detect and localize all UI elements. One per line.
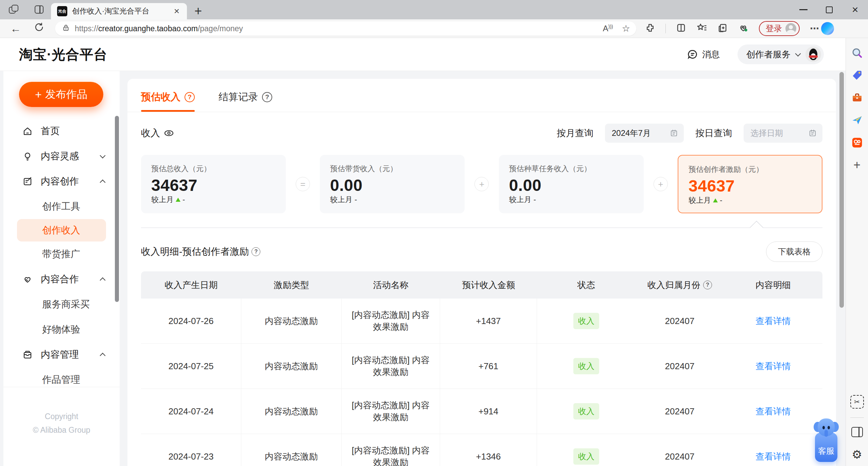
sidebar-item-content-management[interactable]: 内容管理 — [3, 342, 120, 367]
search-icon[interactable] — [850, 46, 864, 60]
messages-button[interactable]: 消息 — [687, 49, 720, 60]
browser-toolbar: ← https://creator.guanghe.taobao.com/pag… — [0, 19, 868, 38]
help-icon[interactable]: ? — [185, 92, 195, 102]
help-icon[interactable]: ? — [251, 247, 260, 256]
trend-up-icon — [713, 198, 718, 202]
edge-sidebar-rail: + ✂ ⚙ — [846, 38, 868, 466]
tab-list-icon[interactable] — [9, 5, 19, 15]
view-details-link[interactable]: 查看详情 — [756, 360, 791, 372]
publish-work-button[interactable]: + 发布作品 — [19, 82, 103, 107]
address-bar[interactable]: https://creator.guanghe.taobao.com/page/… — [55, 21, 636, 36]
window-close-button[interactable]: × — [842, 0, 868, 19]
equals-operator: = — [296, 177, 310, 191]
section-divider — [141, 228, 822, 228]
lock-icon — [62, 24, 70, 33]
month-picker-input[interactable]: 2024年7月 — [605, 124, 684, 143]
site-logo[interactable]: 淘宝·光合平台 — [19, 45, 107, 64]
tab-strip: 光合 创作收入·淘宝光合平台 × + × — [0, 0, 868, 19]
browser-tab[interactable]: 光合 创作收入·淘宝光合平台 × — [51, 3, 187, 19]
window-maximize-button[interactable] — [816, 0, 842, 19]
sidebar-item-creation[interactable]: 内容创作 — [3, 169, 120, 194]
chevron-up-icon — [100, 180, 106, 185]
edit-square-icon — [22, 176, 33, 186]
copyright: Copyright © Alibaba Group — [3, 387, 120, 437]
more-menu-icon[interactable]: ⋯ — [810, 23, 819, 34]
login-button[interactable]: 登录 — [759, 21, 800, 36]
sidebar-scrollbar[interactable] — [115, 116, 119, 302]
chevron-up-icon — [100, 353, 106, 359]
extensions-icon[interactable] — [645, 23, 655, 34]
collections-icon[interactable] — [717, 23, 728, 34]
mail-icon — [22, 350, 33, 360]
sidebar-item-product-trial[interactable]: 好物体验 — [3, 317, 120, 342]
plus-operator: + — [474, 177, 489, 191]
customer-service-widget[interactable]: 客服 — [813, 418, 839, 463]
view-details-link[interactable]: 查看详情 — [756, 315, 791, 327]
stat-card-total-income: 预估总收入（元） 34637 较上月- — [141, 155, 286, 213]
workspaces-icon[interactable] — [35, 5, 45, 15]
creator-service-dropdown[interactable]: 创作者服务 — [737, 44, 824, 64]
profile-avatar-icon — [785, 23, 796, 34]
paper-plane-icon[interactable] — [850, 113, 864, 127]
stat-card-creator-incentive[interactable]: 预估创作者激励（元） 34637 较上月- — [678, 155, 822, 213]
rail-divider — [850, 417, 864, 418]
income-section-label: 收入 — [141, 127, 174, 140]
sidebar-panel-icon[interactable] — [850, 425, 864, 439]
site-favicon: 光合 — [57, 6, 67, 16]
status-badge: 收入 — [573, 358, 599, 374]
sidebar-item-home[interactable]: 首页 — [3, 119, 120, 144]
stat-card-task-income: 预估种草任务收入（元） 0.00 较上月- — [499, 155, 644, 213]
chevron-up-icon — [100, 277, 106, 283]
sidebar-item-promotion[interactable]: 带货推广 — [3, 241, 120, 267]
status-badge: 收入 — [573, 403, 599, 419]
chevron-down-icon — [100, 153, 106, 158]
toolbox-icon[interactable] — [850, 91, 864, 105]
calendar-icon — [670, 129, 678, 138]
home-icon — [22, 126, 33, 136]
stat-card-goods-income: 预估带货收入（元） 0.00 较上月- — [320, 155, 465, 213]
split-screen-icon[interactable] — [676, 23, 686, 34]
view-details-link[interactable]: 查看详情 — [756, 451, 791, 463]
table-header-row: 收入产生日期 激励类型 活动名称 预计收入金额 状态 收入归属月份? 内容明细 — [141, 271, 822, 299]
eye-icon[interactable] — [163, 128, 174, 139]
sidebar-item-creation-tools[interactable]: 创作工具 — [3, 194, 120, 219]
heart-hand-icon — [22, 274, 33, 284]
table-row: 2024-07-23 内容动态激励 [内容动态激励] 内容效果激励 +1346 … — [141, 434, 822, 466]
new-tab-button[interactable]: + — [194, 4, 202, 18]
copilot-icon[interactable] — [821, 22, 834, 35]
tab-close-icon[interactable]: × — [173, 6, 181, 17]
favorites-bar-icon[interactable] — [696, 23, 707, 34]
page-scrollbar[interactable] — [839, 72, 844, 308]
sidebar-item-cooperation[interactable]: 内容合作 — [3, 267, 120, 292]
plus-icon: + — [35, 88, 42, 101]
tab-settlement-record[interactable]: 结算记录 ? — [219, 82, 272, 112]
window-minimize-button[interactable] — [791, 0, 816, 19]
screenshot-capture-icon[interactable]: ✂ — [850, 395, 864, 409]
tab-estimated-income[interactable]: 预估收入 ? — [141, 82, 195, 112]
income-detail-table: 收入产生日期 激励类型 活动名称 预计收入金额 状态 收入归属月份? 内容明细 … — [141, 271, 822, 466]
read-aloud-icon[interactable]: A))) — [603, 24, 613, 33]
help-icon[interactable]: ? — [703, 281, 712, 289]
download-table-button[interactable]: 下载表格 — [766, 241, 822, 262]
back-icon[interactable]: ← — [10, 22, 21, 35]
shopping-tag-icon[interactable] — [850, 69, 864, 82]
favorite-star-icon[interactable]: ☆ — [622, 23, 630, 34]
reload-icon[interactable] — [34, 22, 44, 35]
day-picker-input[interactable]: 选择日期 — [744, 124, 822, 143]
help-icon[interactable]: ? — [262, 92, 272, 102]
web-page: 淘宝·光合平台 消息 创作者服务 — [0, 38, 846, 466]
trend-up-icon — [176, 198, 180, 202]
tab-title: 创作收入·淘宝光合平台 — [72, 6, 173, 16]
browser-essentials-icon[interactable] — [738, 23, 749, 34]
sidebar: + 发布作品 首页 内容灵感 — [3, 71, 120, 466]
user-avatar[interactable] — [805, 47, 821, 62]
settings-gear-icon[interactable]: ⚙ — [850, 448, 864, 461]
table-row: 2024-07-24 内容动态激励 [内容动态激励] 内容效果激励 +914 收… — [141, 389, 822, 434]
sidebar-item-creation-income[interactable]: 创作收入 — [17, 219, 106, 241]
sidebar-item-service-purchase[interactable]: 服务商采买 — [3, 292, 120, 317]
kuaishou-icon[interactable] — [850, 136, 864, 149]
add-sidebar-app-icon[interactable]: + — [850, 158, 864, 172]
view-details-link[interactable]: 查看详情 — [756, 406, 791, 417]
sidebar-item-inspiration[interactable]: 内容灵感 — [3, 144, 120, 169]
main-content: 预估收入 ? 结算记录 ? 收入 按月查询 2 — [127, 79, 836, 466]
